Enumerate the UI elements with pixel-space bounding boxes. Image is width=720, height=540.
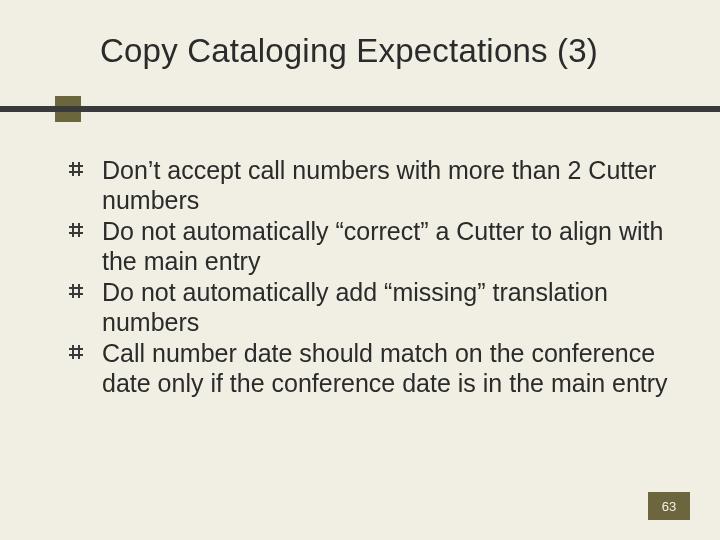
title-divider-line xyxy=(0,106,720,112)
list-item: Don’t accept call numbers with more than… xyxy=(68,156,680,215)
list-item: Call number date should match on the con… xyxy=(68,339,680,398)
hash-bullet-icon xyxy=(68,222,84,238)
slide-title: Copy Cataloging Expectations (3) xyxy=(100,32,700,70)
page-number-badge: 63 xyxy=(648,492,690,520)
bullet-text: Do not automatically add “missing” trans… xyxy=(102,278,608,336)
bullet-text: Call number date should match on the con… xyxy=(102,339,668,397)
bullet-list: Don’t accept call numbers with more than… xyxy=(68,156,680,398)
slide-body: Don’t accept call numbers with more than… xyxy=(68,156,680,400)
hash-bullet-icon xyxy=(68,283,84,299)
page-number: 63 xyxy=(662,499,676,514)
list-item: Do not automatically “correct” a Cutter … xyxy=(68,217,680,276)
list-item: Do not automatically add “missing” trans… xyxy=(68,278,680,337)
bullet-text: Do not automatically “correct” a Cutter … xyxy=(102,217,663,275)
hash-bullet-icon xyxy=(68,161,84,177)
bullet-text: Don’t accept call numbers with more than… xyxy=(102,156,656,214)
hash-bullet-icon xyxy=(68,344,84,360)
